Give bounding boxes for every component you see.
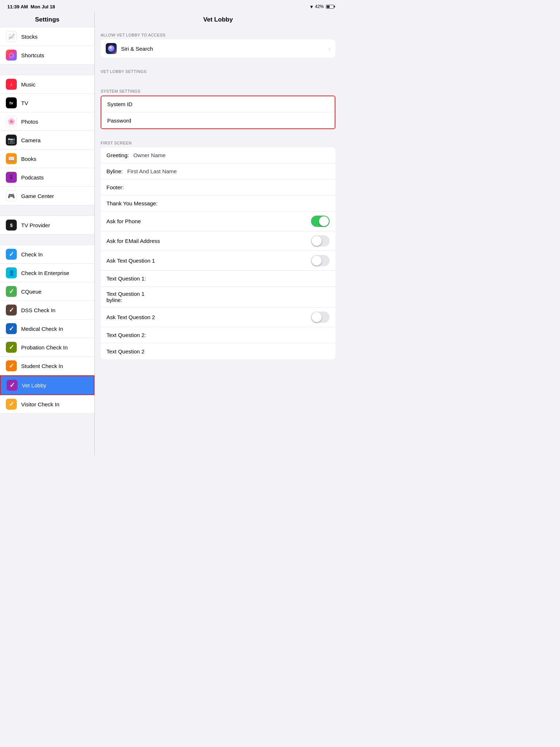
battery-percentage: 42%: [315, 4, 324, 9]
photos-label: Photos: [21, 119, 38, 125]
thankyou-row: Thank You Message:: [101, 196, 335, 212]
askemail-row[interactable]: Ask for EMail Address: [101, 231, 335, 251]
systemid-label: System ID: [107, 101, 329, 107]
sidebar-item-medicalcheckin[interactable]: ✓ Medical Check In: [0, 320, 94, 338]
textq1byline-row: Text Question 1 byline:: [101, 287, 335, 307]
sidebar-item-photos[interactable]: 🌸 Photos: [0, 112, 94, 131]
right-panel-title: Vet Lobby: [95, 12, 341, 27]
right-panel: Vet Lobby ALLOW VET LOBBY TO ACCESS Siri…: [95, 12, 341, 455]
byline-value: First And Last Name: [127, 168, 177, 174]
textq2-label: Text Question 2:: [106, 332, 330, 338]
greeting-row: Greeting: Owner Name: [101, 147, 335, 163]
checkin-label: Check In: [21, 251, 43, 258]
camera-icon: 📷: [6, 135, 17, 146]
askemail-label: Ask for EMail Address: [106, 238, 311, 244]
status-time: 11:39 AM Mon Jul 18: [7, 4, 55, 9]
sidebar-group-2: ♪ Music tv TV 🌸 Photos 📷 Camera: [0, 75, 94, 205]
gap-3: [0, 235, 94, 245]
studentcheckin-icon: ✓: [6, 360, 17, 371]
dsscheckin-label: DSS Check In: [21, 307, 55, 313]
asktextq2-row[interactable]: Ask Text Question 2: [101, 307, 335, 327]
byline-row: Byline: First And Last Name: [101, 163, 335, 179]
sidebar-item-tvprovider[interactable]: $ TV Provider: [0, 216, 94, 235]
sidebar-item-books[interactable]: 📖 Books: [0, 150, 94, 168]
sidebar-item-vetlobby[interactable]: ✓ Vet Lobby: [0, 375, 94, 395]
greeting-value: Owner Name: [133, 152, 166, 158]
sidebar-item-dsscheckin[interactable]: ✓ DSS Check In: [0, 301, 94, 320]
gap-1: [0, 65, 94, 75]
checkinenterprise-label: Check In Enterprise: [21, 270, 69, 276]
main-content: Settings 📈 Stocks ⬡ Shortcuts ♪: [0, 12, 341, 455]
textq2-row: Text Question 2:: [101, 327, 335, 343]
asktextq1-toggle[interactable]: [311, 255, 330, 266]
textq2sub-label: Text Question 2: [106, 348, 330, 355]
sidebar-item-studentcheckin[interactable]: ✓ Student Check In: [0, 357, 94, 375]
sidebar-item-checkinenterprise[interactable]: 👤 Check In Enterprise: [0, 264, 94, 282]
shortcuts-label: Shortcuts: [21, 52, 44, 58]
sidebar-item-gamecenter[interactable]: 🎮 Game Center: [0, 187, 94, 205]
sidebar-item-camera[interactable]: 📷 Camera: [0, 131, 94, 150]
asktextq2-toggle[interactable]: [311, 311, 330, 323]
sidebar-item-probationcheckin[interactable]: ✓ Probation Check In: [0, 338, 94, 357]
askphone-row[interactable]: Ask for Phone: [101, 212, 335, 231]
settings-spacer: [95, 76, 341, 83]
checkin-icon: ✓: [6, 249, 17, 260]
asktextq1-label: Ask Text Question 1: [106, 258, 311, 264]
sidebar-item-music[interactable]: ♪ Music: [0, 75, 94, 94]
textq1byline-label: Text Question 1 byline:: [106, 291, 330, 303]
vetlobby-icon: ✓: [7, 380, 18, 391]
askemail-toggle-knob: [312, 236, 322, 246]
camera-label: Camera: [21, 137, 40, 143]
asktextq2-toggle-knob: [312, 312, 322, 322]
sidebar-item-tv[interactable]: tv TV: [0, 94, 94, 112]
gap-2: [0, 205, 94, 216]
medicalcheckin-label: Medical Check In: [21, 326, 63, 332]
sidebar-item-cqueue[interactable]: ✓ CQueue: [0, 282, 94, 301]
siri-chevron-icon: ›: [328, 46, 330, 52]
asktextq1-row[interactable]: Ask Text Question 1: [101, 251, 335, 271]
cqueue-icon: ✓: [6, 286, 17, 297]
systemid-row[interactable]: System ID: [101, 96, 335, 112]
asktextq1-toggle-knob: [312, 256, 322, 266]
sidebar-item-checkin[interactable]: ✓ Check In: [0, 245, 94, 264]
sidebar-group-1: 📈 Stocks ⬡ Shortcuts: [0, 27, 94, 65]
dsscheckin-icon: ✓: [6, 305, 17, 316]
section-allow-access-label: ALLOW VET LOBBY TO ACCESS: [95, 27, 341, 39]
books-label: Books: [21, 156, 36, 162]
sidebar-item-podcasts[interactable]: 🎙 Podcasts: [0, 168, 94, 187]
probationcheckin-icon: ✓: [6, 342, 17, 353]
sidebar-item-stocks[interactable]: 📈 Stocks: [0, 27, 94, 46]
password-row[interactable]: Password: [101, 112, 335, 128]
visitorcheckin-label: Visitor Check In: [21, 401, 59, 407]
sidebar-item-visitorcheckin[interactable]: ✓ Visitor Check In: [0, 395, 94, 414]
vetlobby-label: Vet Lobby: [22, 382, 46, 388]
gamecenter-icon: 🎮: [6, 190, 17, 201]
sidebar-title: Settings: [0, 12, 94, 27]
tvprovider-label: TV Provider: [21, 222, 50, 228]
askphone-toggle-knob: [319, 216, 329, 226]
status-bar: 11:39 AM Mon Jul 18 ▾ 42%: [0, 0, 341, 12]
siri-orb: [108, 45, 114, 52]
allow-access-group: Siri & Search ›: [101, 39, 335, 58]
byline-field-label: Byline:: [106, 168, 123, 174]
stocks-label: Stocks: [21, 34, 38, 40]
shortcuts-icon: ⬡: [6, 50, 17, 61]
askemail-toggle[interactable]: [311, 235, 330, 247]
visitorcheckin-icon: ✓: [6, 399, 17, 410]
books-icon: 📖: [6, 153, 17, 164]
tv-icon: tv: [6, 97, 17, 108]
footer-label: Footer:: [106, 184, 330, 190]
sidebar: Settings 📈 Stocks ⬡ Shortcuts ♪: [0, 12, 95, 455]
footer-row: Footer:: [101, 179, 335, 196]
askphone-toggle[interactable]: [311, 216, 330, 227]
sidebar-item-shortcuts[interactable]: ⬡ Shortcuts: [0, 46, 94, 65]
siri-search-row[interactable]: Siri & Search ›: [101, 39, 335, 58]
asktextq2-label: Ask Text Question 2: [106, 314, 311, 320]
podcasts-icon: 🎙: [6, 172, 17, 183]
first-screen-group: Greeting: Owner Name Byline: First And L…: [101, 147, 335, 359]
music-label: Music: [21, 81, 35, 88]
textq2sub-row: Text Question 2: [101, 343, 335, 359]
askphone-label: Ask for Phone: [106, 218, 311, 224]
siri-icon: [106, 43, 117, 54]
tv-label: TV: [21, 100, 28, 106]
